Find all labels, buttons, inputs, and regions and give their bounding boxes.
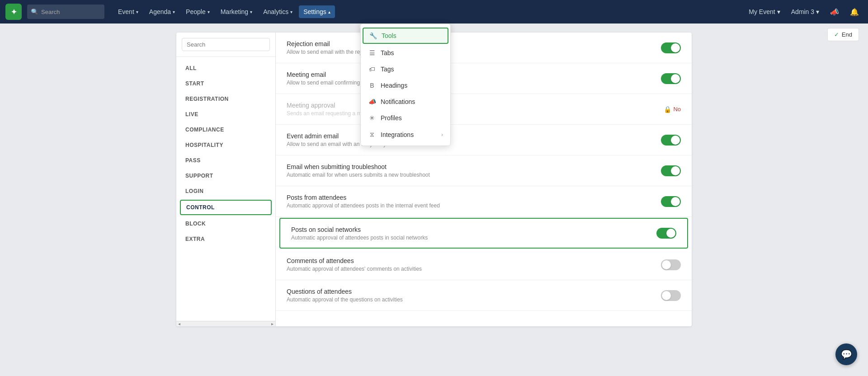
setting-row-0: Rejection emailAllow to send email with … [276, 33, 692, 63]
toggle-8[interactable] [661, 290, 681, 301]
nav-item-analytics[interactable]: Analytics ▾ [259, 5, 297, 18]
nav-item-people[interactable]: People ▾ [181, 5, 214, 18]
setting-row-2: Meeting approvalSends an email requestin… [276, 94, 692, 125]
chat-button[interactable]: 💬 [835, 343, 857, 365]
nav-search-wrapper[interactable]: 🔍 [27, 5, 104, 19]
chevron-right-icon: › [441, 132, 443, 138]
search-input[interactable] [41, 9, 100, 15]
setting-title-7: Comments of attendees [287, 257, 661, 264]
chevron-down-icon: ▾ [136, 9, 138, 14]
lock-badge-2: 🔒No [664, 106, 681, 113]
tabs-icon: ☰ [368, 49, 376, 56]
nav-item-event[interactable]: Event ▾ [113, 5, 143, 18]
settings-dropdown-menu: 🔧Tools☰Tabs🏷TagsBHeadings📣Notifications✳… [360, 24, 451, 146]
nav-right-section: My Event ▾ Admin 3 ▾ 📣 🔔 [745, 6, 863, 18]
sidebar-item-all[interactable]: ALL [176, 61, 275, 76]
setting-desc-0: Allow to send email with the rejection n… [287, 49, 661, 55]
setting-desc-1: Allow to send email confirming a meeting… [287, 80, 661, 86]
setting-title-4: Email when submitting troubleshoot [287, 163, 661, 170]
toggle-1[interactable] [661, 73, 681, 84]
toggle-6[interactable] [656, 228, 676, 239]
headings-icon: B [368, 82, 376, 89]
profiles-icon: ✳ [368, 114, 376, 122]
admin-menu[interactable]: Admin 3 ▾ [788, 6, 823, 17]
setting-title-3: Event admin email [287, 132, 661, 140]
toggle-7[interactable] [661, 259, 681, 270]
setting-desc-4: Automatic email for when users submits a… [287, 172, 661, 178]
dropdown-label-3: Headings [381, 82, 407, 89]
setting-desc-3: Allow to send an email with an easy entr… [287, 141, 661, 147]
search-icon: 🔍 [32, 9, 38, 15]
sidebar-item-block[interactable]: BLOCK [176, 216, 275, 231]
tools-icon: 🔧 [369, 32, 377, 39]
setting-row-3: Event admin emailAllow to send an email … [276, 125, 692, 155]
setting-row-5: Posts from attendeesAutomatic approval o… [276, 186, 692, 217]
end-button[interactable]: End [827, 28, 859, 41]
sidebar-item-support[interactable]: SUPPORT [176, 168, 275, 183]
dropdown-item-integrations[interactable]: ⧖Integrations› [361, 126, 450, 143]
sidebar-item-live[interactable]: LIVE [176, 107, 275, 122]
megaphone-icon[interactable]: 📣 [826, 6, 843, 18]
setting-title-0: Rejection email [287, 40, 661, 47]
nav-item-marketing[interactable]: Marketing ▾ [216, 5, 257, 18]
toggle-4[interactable] [661, 165, 681, 176]
lock-icon: 🔒 [664, 106, 671, 113]
sidebar-search-wrapper [176, 33, 275, 57]
sidebar-item-hospitality[interactable]: HOSPITALITY [176, 137, 275, 153]
dropdown-label-1: Tabs [381, 49, 394, 56]
notifications-icon: 📣 [368, 98, 376, 105]
sidebar-item-registration[interactable]: REGISTRATION [176, 91, 275, 107]
dropdown-item-headings[interactable]: BHeadings [361, 77, 450, 94]
sidebar-list: ALLSTARTREGISTRATIONLIVECOMPLIANCEHOSPIT… [176, 57, 275, 321]
dropdown-item-tools[interactable]: 🔧Tools [363, 28, 448, 44]
chevron-down-icon: ▾ [208, 9, 210, 14]
toggle-0[interactable] [661, 42, 681, 53]
top-navigation: ✦ 🔍 Event ▾ Agenda ▾ People ▾ Marketing … [0, 0, 868, 24]
bell-icon[interactable]: 🔔 [846, 6, 863, 18]
settings-sidebar: ALLSTARTREGISTRATIONLIVECOMPLIANCEHOSPIT… [176, 33, 276, 326]
dropdown-label-5: Profiles [381, 114, 402, 122]
sidebar-item-control[interactable]: CONTROL [180, 200, 272, 215]
chevron-down-icon: ▾ [173, 9, 175, 14]
sidebar-item-pass[interactable]: PASS [176, 153, 275, 168]
dropdown-label-4: Notifications [381, 98, 415, 105]
sidebar-item-login[interactable]: LOGIN [176, 183, 275, 199]
setting-desc-8: Automatic approval of the questions on a… [287, 296, 661, 303]
sidebar-item-start[interactable]: START [176, 76, 275, 91]
dropdown-label-6: Integrations [381, 131, 414, 138]
dropdown-item-tags[interactable]: 🏷Tags [361, 61, 450, 77]
chevron-down-icon: ▾ [290, 9, 292, 14]
nav-item-settings[interactable]: Settings ▴ [299, 5, 335, 18]
setting-title-8: Questions of attendees [287, 288, 661, 295]
setting-desc-2: Sends an email requesting a meeting with… [287, 110, 664, 117]
setting-title-5: Posts from attendees [287, 194, 661, 201]
my-event-menu[interactable]: My Event ▾ [745, 6, 783, 17]
setting-row-1: Meeting emailAllow to send email confirm… [276, 63, 692, 94]
setting-desc-6: Automatic approval of attendees posts in… [291, 235, 656, 241]
scroll-right-arrow[interactable]: ▸ [271, 321, 274, 326]
sidebar-search-input[interactable] [182, 38, 270, 51]
chat-icon: 💬 [841, 349, 852, 360]
dropdown-label-0: Tools [382, 32, 396, 39]
setting-row-6: Posts on social networksAutomatic approv… [279, 218, 688, 249]
setting-title-6: Posts on social networks [291, 226, 656, 233]
setting-row-8: Questions of attendeesAutomatic approval… [276, 280, 692, 311]
integrations-icon: ⧖ [368, 131, 376, 138]
chevron-down-icon: ▾ [816, 8, 819, 15]
setting-row-7: Comments of attendeesAutomatic approval … [276, 249, 692, 280]
sidebar-item-extra[interactable]: EXTRA [176, 231, 275, 247]
horizontal-scrollbar[interactable]: ◂ ▸ [176, 321, 275, 326]
toggle-3[interactable] [661, 135, 681, 146]
scroll-left-arrow[interactable]: ◂ [178, 321, 180, 326]
chevron-down-icon: ▾ [777, 8, 780, 15]
setting-title-2: Meeting approval [287, 102, 664, 109]
setting-title-1: Meeting email [287, 71, 661, 78]
dropdown-item-notifications[interactable]: 📣Notifications [361, 94, 450, 110]
dropdown-item-profiles[interactable]: ✳Profiles [361, 110, 450, 126]
dropdown-item-tabs[interactable]: ☰Tabs [361, 45, 450, 61]
dropdown-label-2: Tags [381, 66, 394, 73]
nav-item-agenda[interactable]: Agenda ▾ [145, 5, 179, 18]
toggle-5[interactable] [661, 196, 681, 207]
app-logo[interactable]: ✦ [5, 4, 22, 20]
sidebar-item-compliance[interactable]: COMPLIANCE [176, 122, 275, 137]
